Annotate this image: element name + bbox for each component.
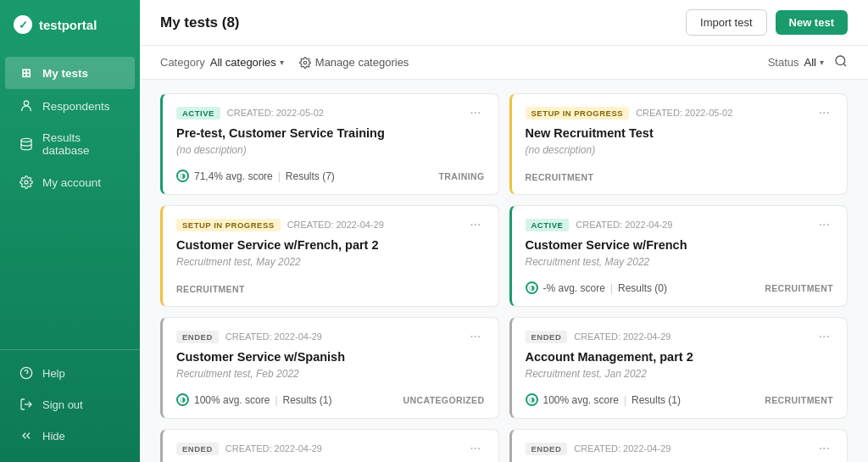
card-header-left: ENDED CREATED: 2022-04-29 — [176, 331, 322, 343]
sidebar-label-my-tests: My tests — [42, 67, 88, 80]
score-icon: ◑ — [176, 170, 189, 182]
test-card[interactable]: ENDED CREATED: 2022-04-29 ··· — [160, 429, 499, 462]
created-date: CREATED: 2022-04-29 — [576, 220, 672, 230]
import-test-button[interactable]: Import test — [686, 9, 766, 36]
card-header-left: SETUP IN PROGRESS CREATED: 2022-05-02 — [526, 107, 733, 120]
status-filter: Status All ▾ — [768, 56, 824, 69]
manage-categories-button[interactable]: Manage categories — [299, 56, 409, 69]
card-category: UNCATEGORIZED — [403, 395, 484, 405]
category-label: Category — [160, 56, 205, 69]
results-count: Results (7) — [286, 170, 335, 182]
card-category: RECRUITMENT — [176, 284, 245, 294]
more-options-button[interactable]: ··· — [466, 106, 484, 120]
sidebar-item-sign-out[interactable]: Sign out — [5, 389, 135, 420]
status-dropdown[interactable]: All ▾ — [804, 56, 824, 69]
card-header: ACTIVE CREATED: 2022-04-29 ··· — [526, 218, 834, 231]
card-category: RECRUITMENT — [526, 172, 594, 182]
page-title: My tests (8) — [160, 14, 240, 31]
created-date: CREATED: 2022-05-02 — [227, 108, 324, 118]
card-category: RECRUITMENT — [765, 395, 833, 405]
sidebar-item-respondents[interactable]: Respondents — [5, 90, 135, 122]
card-header-left: ENDED CREATED: 2022-04-29 — [526, 443, 671, 455]
card-footer: RECRUITMENT — [176, 284, 485, 294]
database-icon — [19, 136, 34, 152]
more-options-button[interactable]: ··· — [815, 442, 833, 455]
sidebar-logo[interactable]: testportal — [0, 0, 140, 49]
card-title: Customer Service w/French, part 2 — [176, 238, 485, 252]
status-value-text: All — [804, 56, 816, 69]
more-options-button[interactable]: ··· — [815, 218, 833, 231]
created-date: CREATED: 2022-04-29 — [225, 443, 322, 454]
toolbar: Category All categories ▾ Manage categor… — [140, 46, 868, 80]
more-options-button[interactable]: ··· — [815, 106, 833, 120]
card-footer: ◑ 71,4% avg. score | Results (7) TRAININ… — [176, 170, 485, 182]
created-date: CREATED: 2022-04-29 — [287, 220, 384, 230]
card-title: Customer Service w/Spanish — [176, 350, 485, 364]
more-options-button[interactable]: ··· — [466, 442, 484, 455]
header-actions: Import test New test — [686, 9, 848, 36]
card-stats: ◑ 100% avg. score | Results (1) — [526, 393, 682, 406]
sidebar-label-respondents: Respondents — [42, 100, 110, 113]
main-header: My tests (8) Import test New test — [140, 0, 868, 46]
card-title: Pre-test, Customer Service Training — [176, 126, 485, 140]
test-card[interactable]: ACTIVE CREATED: 2022-04-29 ··· Customer … — [509, 205, 849, 307]
test-card[interactable]: ENDED CREATED: 2022-04-29 ··· Customer S… — [160, 317, 499, 419]
card-header: ENDED CREATED: 2022-04-29 ··· — [176, 330, 485, 343]
svg-point-1 — [21, 138, 31, 142]
more-options-button[interactable]: ··· — [466, 218, 484, 231]
gear-icon — [19, 175, 34, 190]
card-footer: ◑ 100% avg. score | Results (1) UNCATEGO… — [176, 393, 485, 406]
status-badge: ENDED — [526, 331, 568, 343]
more-options-button[interactable]: ··· — [815, 330, 833, 343]
status-badge: ENDED — [176, 331, 219, 343]
chevron-down-icon: ▾ — [280, 58, 284, 67]
score-icon: ◑ — [526, 393, 538, 406]
card-stats: ◑ 71,4% avg. score | Results (7) — [176, 170, 335, 182]
test-card[interactable]: ACTIVE CREATED: 2022-05-02 ··· Pre-test,… — [160, 93, 499, 195]
sidebar-item-my-account[interactable]: My account — [5, 166, 135, 198]
card-header-left: SETUP IN PROGRESS CREATED: 2022-04-29 — [176, 219, 384, 231]
main-content: My tests (8) Import test New test Catego… — [140, 0, 868, 462]
svg-point-7 — [836, 56, 845, 65]
svg-point-0 — [24, 101, 28, 105]
sidebar-item-help[interactable]: Help — [5, 358, 135, 388]
status-chevron-icon: ▾ — [820, 58, 824, 67]
search-button[interactable] — [834, 54, 848, 70]
card-category: RECRUITMENT — [765, 283, 833, 293]
help-icon — [19, 365, 34, 381]
created-date: CREATED: 2022-04-29 — [225, 331, 322, 342]
results-count: Results (1) — [283, 394, 332, 406]
sidebar-item-results-database[interactable]: Results database — [5, 123, 135, 165]
category-dropdown[interactable]: All categories ▾ — [210, 56, 284, 69]
sidebar-item-hide[interactable]: Hide — [5, 420, 135, 451]
sidebar-nav: ⊞ My tests Respondents Results database … — [0, 49, 140, 349]
card-category: TRAINING — [439, 171, 485, 181]
card-header: SETUP IN PROGRESS CREATED: 2022-05-02 ··… — [526, 106, 834, 120]
test-card[interactable]: ENDED CREATED: 2022-04-29 ··· — [509, 429, 849, 462]
card-header: SETUP IN PROGRESS CREATED: 2022-04-29 ··… — [176, 218, 485, 231]
new-test-button[interactable]: New test — [776, 10, 848, 35]
card-title: Account Management, part 2 — [526, 350, 834, 364]
sidebar: testportal ⊞ My tests Respondents Result… — [0, 0, 140, 462]
avg-score: -% avg. score — [543, 282, 605, 294]
logo-icon — [14, 15, 32, 34]
card-description: Recruitment test, Feb 2022 — [176, 368, 485, 380]
card-description: Recruitment test, Jan 2022 — [526, 368, 834, 380]
created-date: CREATED: 2022-04-29 — [574, 443, 670, 454]
status-badge: SETUP IN PROGRESS — [526, 107, 630, 120]
avg-score: 100% avg. score — [194, 394, 270, 406]
test-card[interactable]: ENDED CREATED: 2022-04-29 ··· Account Ma… — [509, 317, 849, 419]
sidebar-label-sign-out: Sign out — [42, 398, 83, 411]
card-header: ENDED CREATED: 2022-04-29 ··· — [176, 442, 485, 455]
card-title: Customer Service w/French — [526, 238, 834, 252]
sidebar-label-help: Help — [42, 367, 65, 380]
status-badge: ACTIVE — [176, 107, 220, 120]
more-options-button[interactable]: ··· — [466, 330, 484, 343]
test-card[interactable]: SETUP IN PROGRESS CREATED: 2022-04-29 ··… — [160, 205, 499, 307]
status-badge: ACTIVE — [526, 219, 570, 231]
card-footer: ◑ 100% avg. score | Results (1) RECRUITM… — [526, 393, 834, 406]
card-description: Recruitment test, May 2022 — [176, 256, 485, 268]
card-description: Recruitment test, May 2022 — [526, 256, 834, 268]
sidebar-item-my-tests[interactable]: ⊞ My tests — [5, 57, 135, 89]
test-card[interactable]: SETUP IN PROGRESS CREATED: 2022-05-02 ··… — [509, 93, 849, 195]
